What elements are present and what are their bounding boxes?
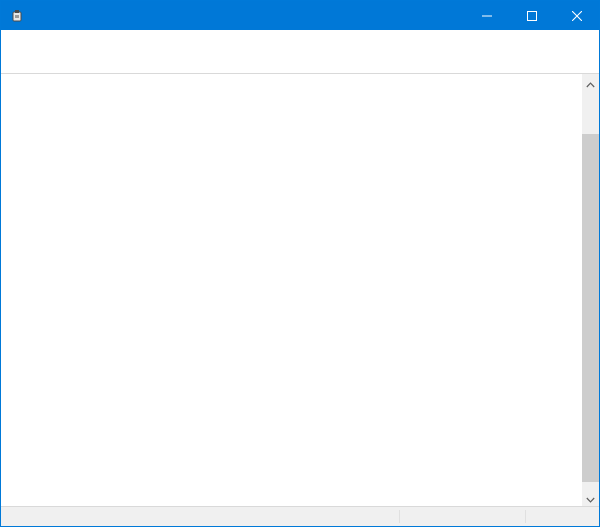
menu-bar (1, 30, 599, 49)
chevron-down-icon (586, 489, 595, 507)
status-bar (1, 506, 599, 526)
maximize-button[interactable] (509, 1, 554, 30)
device-manager-window (0, 0, 600, 527)
minimize-icon (482, 7, 492, 25)
chevron-up-icon (586, 74, 595, 92)
device-tree (1, 74, 599, 77)
scrollbar-thumb[interactable] (582, 134, 599, 482)
scrollbar-up-button[interactable] (582, 74, 599, 91)
close-button[interactable] (554, 1, 599, 30)
device-manager-app-icon (9, 8, 25, 24)
close-icon (572, 7, 582, 25)
titlebar (1, 1, 599, 30)
status-bar-separator (399, 510, 400, 523)
toolbar (1, 49, 599, 74)
window-controls (464, 1, 599, 30)
vertical-scrollbar[interactable] (582, 74, 599, 506)
scrollbar-down-button[interactable] (582, 489, 599, 506)
maximize-icon (527, 7, 537, 25)
minimize-button[interactable] (464, 1, 509, 30)
device-tree-panel (1, 74, 599, 506)
status-bar-separator (525, 510, 526, 523)
